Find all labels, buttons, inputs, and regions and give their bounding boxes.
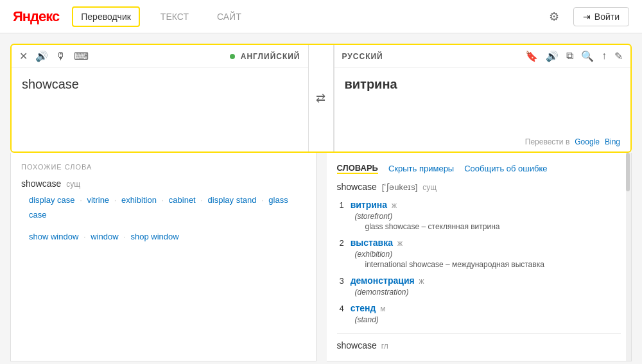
similar-link-window[interactable]: window [91, 232, 118, 241]
similar-link-display-stand[interactable]: display stand [208, 195, 257, 205]
translator-panels: ✕ 🔊 🎙 ⌨ АНГЛИЙСКИЙ showcase ⇄ РУССКИЙ 🔖 [10, 44, 632, 153]
dict-meaning-4: 4 стенд м (stand) [337, 303, 621, 324]
dict-num-3: 3 [340, 276, 344, 286]
translate-in-label: Перевести в [525, 137, 569, 146]
similar-word-main: showcase сущ [21, 178, 306, 189]
dict-word2-text: showcase гл [337, 340, 388, 351]
dict-header: СЛОВАРЬ Скрыть примеры Сообщить об ошибк… [337, 163, 621, 174]
edit-icon[interactable]: ✎ [614, 50, 623, 62]
copy-icon[interactable]: ⧉ [566, 50, 573, 62]
listen-icon[interactable]: 🔊 [35, 50, 48, 62]
share-icon[interactable]: ↑ [602, 50, 607, 62]
source-input[interactable]: showcase [12, 68, 308, 132]
dict-gender-2: ж [397, 239, 403, 248]
similar-link-shop-window[interactable]: shop window [130, 232, 178, 241]
dict-num-1: 1 [340, 200, 344, 210]
dict-num-2: 2 [340, 238, 344, 248]
keyboard-icon[interactable]: ⌨ [74, 50, 89, 62]
swap-icon: ⇄ [316, 91, 325, 105]
dict-num-4: 4 [340, 304, 344, 313]
similar-group-2: show window · window · shop window [21, 229, 306, 244]
tab-report-error[interactable]: Сообщить об ошибке [464, 164, 547, 173]
dict-meaning-3: 3 демонстрация ж (demonstration) [337, 275, 621, 297]
tab-translator[interactable]: Переводчик [72, 6, 140, 27]
mic-icon[interactable]: 🎙 [56, 51, 66, 62]
tab-hide-examples[interactable]: Скрыть примеры [388, 164, 454, 173]
bookmark-icon[interactable]: 🔖 [525, 50, 538, 62]
header-right: ⚙ ⇥ Войти [545, 7, 629, 26]
dict-meaning-1: 1 витрина ж (storefront) glass showcase … [337, 200, 621, 231]
dict-translation-1[interactable]: витрина [351, 200, 387, 210]
search-icon[interactable]: 🔍 [581, 50, 594, 62]
dict-example-1: glass showcase – стеклянная витрина [365, 222, 621, 231]
dict-word-text: showcase [337, 182, 377, 192]
similar-link-cabinet[interactable]: cabinet [169, 195, 196, 205]
source-panel: ✕ 🔊 🎙 ⌨ АНГЛИЙСКИЙ showcase [12, 45, 308, 152]
bing-link[interactable]: Bing [605, 137, 620, 146]
dict-gender-4: м [380, 304, 385, 313]
dict-pos: сущ [422, 183, 437, 192]
similar-link-show-window[interactable]: show window [29, 232, 78, 241]
dict-gender-3: ж [419, 277, 424, 286]
similar-word-text: showcase [21, 178, 61, 189]
login-arrow-icon: ⇥ [583, 12, 591, 22]
dict-scrollbar[interactable] [626, 153, 631, 361]
header: Яндекс Переводчик ТЕКСТ САЙТ ⚙ ⇥ Войти [0, 0, 642, 33]
clear-icon[interactable]: ✕ [19, 50, 28, 62]
source-lang-text: АНГЛИЙСКИЙ [241, 52, 300, 61]
tab-dictionary[interactable]: СЛОВАРЬ [337, 163, 378, 174]
dict-synonym-2: (exhibition) [355, 250, 621, 259]
similar-links-1: display case · vitrine · exhibition · ca… [21, 193, 306, 223]
similar-link-display-case[interactable]: display case [29, 195, 75, 205]
lang-dot [230, 54, 235, 59]
similar-group-1: showcase сущ display case · vitrine · ex… [21, 178, 306, 223]
settings-icon[interactable]: ⚙ [545, 8, 563, 26]
target-lang-label: РУССКИЙ [342, 52, 383, 61]
dict-main-word: showcase [ˈʃəukeɪs] сущ [337, 182, 437, 192]
source-lang-label: АНГЛИЙСКИЙ [230, 52, 300, 61]
similar-word-pos: сущ [66, 180, 80, 189]
similar-link-vitrine[interactable]: vitrine [87, 195, 109, 205]
source-toolbar: ✕ 🔊 🎙 ⌨ АНГЛИЙСКИЙ [12, 45, 308, 68]
panel-footer: Перевести в Google Bing [334, 132, 631, 152]
bottom-section: ПОХОЖИЕ СЛОВА showcase сущ display case … [10, 153, 632, 361]
swap-button[interactable]: ⇄ [308, 45, 334, 152]
dict-synonym-4: (stand) [355, 315, 621, 324]
yandex-logo: Яндекс [13, 8, 59, 25]
login-button[interactable]: ⇥ Войти [573, 7, 629, 26]
similar-links-2: show window · window · shop window [21, 229, 306, 244]
dict-scrollbar-thumb[interactable] [626, 153, 630, 191]
dict-synonym-3: (demonstration) [355, 288, 621, 297]
dictionary-panel: СЛОВАРЬ Скрыть примеры Сообщить об ошибк… [327, 153, 632, 361]
target-toolbar: РУССКИЙ 🔖 🔊 ⧉ 🔍 ↑ ✎ [334, 45, 631, 68]
similar-words-title: ПОХОЖИЕ СЛОВА [21, 163, 306, 171]
similar-words-panel: ПОХОЖИЕ СЛОВА showcase сущ display case … [10, 153, 317, 361]
google-link[interactable]: Google [575, 137, 600, 146]
target-output: витрина [334, 68, 631, 132]
dict-word-header: showcase [ˈʃəukeɪs] сущ [337, 182, 621, 192]
listen-target-icon[interactable]: 🔊 [546, 50, 559, 62]
dict-gender-1: ж [392, 201, 397, 210]
dict-example-2: international showcase – международная в… [365, 260, 621, 269]
dict-phonetic: [ˈʃəukeɪs] [382, 182, 418, 192]
tab-site[interactable]: САЙТ [209, 8, 249, 26]
dict-translation-2[interactable]: выставка [351, 238, 393, 248]
login-label: Войти [594, 12, 620, 22]
dict-translation-4[interactable]: стенд [351, 303, 376, 313]
dict-pos2: гл [381, 342, 388, 351]
dict-meaning-2: 2 выставка ж (exhibition) international … [337, 238, 621, 269]
dict-bottom: showcase гл [337, 333, 621, 351]
tab-text[interactable]: ТЕКСТ [153, 8, 196, 26]
similar-link-exhibition[interactable]: exhibition [121, 195, 157, 205]
dict-translation-3[interactable]: демонстрация [351, 275, 415, 286]
dict-synonym-1: (storefront) [355, 212, 621, 221]
main-content: ✕ 🔊 🎙 ⌨ АНГЛИЙСКИЙ showcase ⇄ РУССКИЙ 🔖 [0, 33, 642, 364]
dict-word2-label: showcase [337, 340, 377, 351]
target-panel: РУССКИЙ 🔖 🔊 ⧉ 🔍 ↑ ✎ витрина Перевести в … [334, 45, 631, 152]
